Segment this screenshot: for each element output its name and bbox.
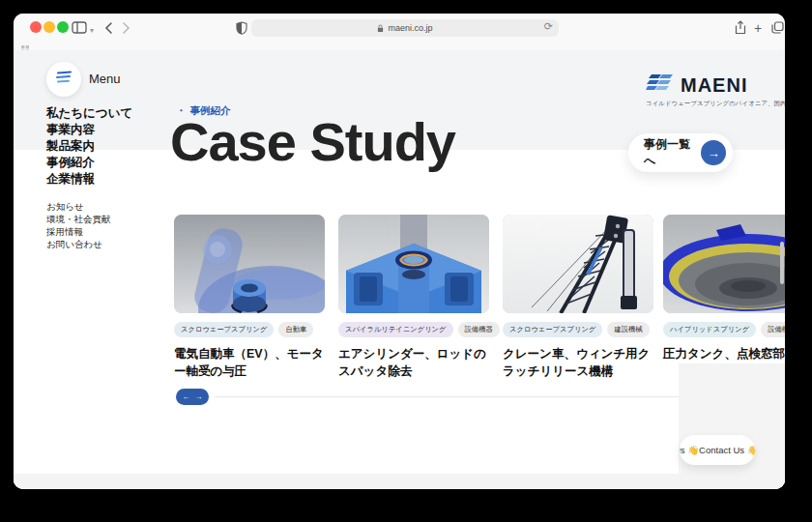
case-image-crane (503, 215, 653, 313)
zoom-window-button[interactable] (57, 21, 69, 33)
arrow-left-icon[interactable]: ← (183, 392, 190, 401)
sidebar-item-news[interactable]: お知らせ (46, 201, 84, 214)
tag-industry[interactable]: 設備機器 (761, 322, 785, 337)
back-button[interactable] (104, 20, 113, 35)
case-title[interactable]: 電気自動車（EV）、モーター軸受の与圧 (174, 345, 325, 380)
case-image-ev-motor (174, 215, 325, 313)
carousel-nav-buttons[interactable]: ← → (176, 389, 209, 405)
arrow-right-icon[interactable]: → (195, 392, 203, 401)
tag-industry[interactable]: 設備機器 (458, 322, 500, 337)
tab-overview-icon[interactable] (771, 20, 784, 35)
tag-row: スクロウェーブスプリング 建設機械 (503, 322, 653, 337)
share-icon[interactable] (735, 20, 746, 35)
case-title[interactable]: 圧力タンク、点検窓部 (663, 345, 785, 362)
tag-spring-type[interactable]: スクロウェーブスプリング (503, 322, 602, 337)
privacy-shield-icon[interactable] (236, 20, 247, 35)
address-bar[interactable]: maeni.co.jp ⟳ (251, 19, 559, 37)
menu-icon (55, 71, 72, 88)
tag-spring-type[interactable]: ハイブリッドスプリング (663, 322, 756, 337)
section-bottom-band (14, 474, 785, 489)
case-card[interactable]: ハイブリッドスプリング 設備機器 圧力タンク、点検窓部 (663, 215, 785, 362)
menu-button[interactable] (46, 62, 81, 97)
sidebar-item-about[interactable]: 私たちについて (46, 105, 132, 122)
chevron-down-icon[interactable]: ▾ (90, 23, 94, 38)
tag-row: スクロウェーブスプリング 自動車 (174, 322, 325, 337)
case-list-button-label: 事例一覧へ (644, 136, 701, 169)
next-section-background (679, 363, 785, 489)
case-card[interactable]: スパイラルリテイニングリング 設備機器 エアシリンダー、ロッドのスパッタ除去 (338, 215, 489, 380)
tag-row: ハイブリッドスプリング 設備機器 (663, 322, 785, 337)
minimize-window-button[interactable] (44, 21, 55, 33)
case-title[interactable]: エアシリンダー、ロッドのスパッタ除去 (338, 345, 489, 380)
tag-spring-type[interactable]: スクロウェーブスプリング (174, 322, 274, 337)
sidebar-item-business[interactable]: 事業内容 (46, 122, 95, 138)
case-card[interactable]: スクロウェーブスプリング 建設機械 クレーン車、ウィンチ用クラッチリリース機構 (503, 215, 653, 380)
case-image-air-cylinder (338, 215, 489, 313)
new-tab-button[interactable]: + (754, 20, 762, 35)
tag-spring-type[interactable]: スパイラルリテイニングリング (338, 322, 453, 337)
contact-fab-marquee: Us 👋Contact Us 👋Contac (680, 445, 755, 455)
page-viewport: Menu 私たちについて 事業内容 製品案内 事例紹介 企業情報 お知らせ 環境… (14, 50, 785, 489)
carousel-progress-track (215, 396, 679, 397)
reload-icon[interactable]: ⟳ (544, 20, 553, 33)
page-title: Case Study (170, 110, 455, 173)
logo-tagline: コイルドウェーブスプリングのパイオニア、国内唯一の専門メーカー (646, 100, 771, 108)
sidebar-toggle-icon[interactable] (72, 20, 87, 35)
case-image-pressure-tank (663, 215, 785, 313)
logo-text: MAENI (681, 74, 747, 97)
sidebar-item-company[interactable]: 企業情報 (46, 171, 95, 188)
close-window-button[interactable] (30, 21, 42, 33)
tag-industry[interactable]: 自動車 (278, 322, 313, 337)
page-scrollbar[interactable] (780, 242, 784, 284)
forward-button[interactable] (122, 20, 130, 35)
tag-industry[interactable]: 建設機械 (607, 322, 649, 337)
url-text: maeni.co.jp (388, 23, 432, 33)
browser-toolbar: ▾ maeni.co.jp ⟳ + (14, 14, 785, 51)
case-title[interactable]: クレーン車、ウィンチ用クラッチリリース機構 (503, 345, 653, 380)
sidebar-item-contact[interactable]: お問い合わせ (46, 239, 102, 251)
case-card[interactable]: スクロウェーブスプリング 自動車 電気自動車（EV）、モーター軸受の与圧 (174, 215, 325, 380)
arrow-right-icon: → (701, 140, 726, 165)
case-list-button[interactable]: 事例一覧へ → (628, 133, 733, 172)
contact-fab[interactable]: Us 👋Contact Us 👋Contac (680, 435, 755, 465)
tag-row: スパイラルリテイニングリング 設備機器 (338, 322, 489, 337)
logo-mark-icon (646, 73, 675, 97)
browser-window: ▾ maeni.co.jp ⟳ + (14, 14, 785, 489)
sidebar-item-cases[interactable]: 事例紹介 (46, 155, 95, 171)
sidebar-item-recruit[interactable]: 採用情報 (46, 226, 83, 239)
sidebar-item-products[interactable]: 製品案内 (46, 138, 95, 155)
sidebar-item-environment[interactable]: 環境・社会貢献 (46, 214, 111, 226)
site-logo[interactable]: MAENI コイルドウェーブスプリングのパイオニア、国内唯一の専門メーカー (646, 73, 771, 108)
menu-button-label[interactable]: Menu (89, 72, 121, 86)
